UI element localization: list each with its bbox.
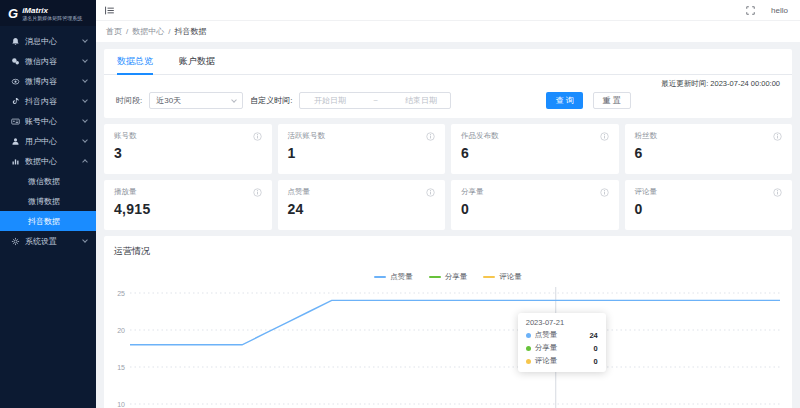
chart-legend: 点赞量 分享量 评论量 xyxy=(114,272,782,282)
sidebar-subitem-label: 微信数据 xyxy=(28,176,60,187)
info-icon[interactable] xyxy=(773,188,782,197)
info-icon[interactable] xyxy=(773,132,782,141)
user-icon xyxy=(11,137,20,146)
sidebar-item-system-settings[interactable]: 系统设置 xyxy=(0,231,96,251)
sidebar-subitem-weibo-data[interactable]: 微博数据 xyxy=(0,191,96,211)
tooltip-row: 点赞量 24 xyxy=(526,330,598,340)
douyin-icon xyxy=(11,97,20,106)
legend-label: 评论量 xyxy=(499,272,522,282)
chevron-down-icon xyxy=(82,97,88,103)
stat-card-accounts: 账号数 3 xyxy=(104,124,272,174)
stat-value: 3 xyxy=(114,145,262,161)
chevron-down-icon xyxy=(82,137,88,143)
search-button[interactable]: 查 询 xyxy=(546,92,582,109)
stat-label: 分享量 xyxy=(461,187,484,197)
stat-value: 24 xyxy=(288,201,436,217)
stat-card-shares: 分享量 0 xyxy=(451,180,619,230)
line-chart: 25201510 xyxy=(114,287,782,408)
series-dot-icon xyxy=(526,359,531,364)
app-name: iMatrix xyxy=(22,6,82,15)
stat-label: 点赞量 xyxy=(288,187,311,197)
sidebar-item-user-center[interactable]: 用户中心 xyxy=(0,131,96,151)
chevron-down-icon xyxy=(82,37,88,43)
filter-buttons: 查 询 重 置 xyxy=(546,92,630,109)
legend-swatch xyxy=(429,276,441,278)
bell-icon xyxy=(11,37,20,46)
breadcrumb-separator: / xyxy=(168,27,170,36)
user-menu[interactable]: hello xyxy=(771,6,788,15)
sidebar-item-wechat-content[interactable]: 微信内容 xyxy=(0,51,96,71)
end-date-placeholder: 结束日期 xyxy=(405,95,437,106)
stat-value: 4,915 xyxy=(114,201,262,217)
stat-value: 0 xyxy=(461,201,609,217)
stat-value: 6 xyxy=(635,145,783,161)
start-date-placeholder: 开始日期 xyxy=(314,95,346,106)
sidebar-item-data-center[interactable]: 数据中心 xyxy=(0,151,96,171)
sidebar-subitem-douyin-data[interactable]: 抖音数据 xyxy=(0,211,96,231)
sidebar-item-account-center[interactable]: 账号中心 xyxy=(0,111,96,131)
stat-card-fans: 粉丝数 6 xyxy=(625,124,793,174)
legend-swatch xyxy=(483,276,495,278)
legend-label: 点赞量 xyxy=(390,272,413,282)
stat-card-likes: 点赞量 24 xyxy=(278,180,446,230)
logo-mark-icon: G xyxy=(8,7,18,20)
sidebar-item-label: 微博内容 xyxy=(25,76,83,87)
stat-card-works-published: 作品发布数 6 xyxy=(451,124,619,174)
sidebar-subitem-label: 微博数据 xyxy=(28,196,60,207)
range-separator: ~ xyxy=(373,96,378,105)
data-chart-icon xyxy=(11,157,20,166)
fullscreen-icon[interactable] xyxy=(746,6,755,15)
stat-label: 活跃账号数 xyxy=(288,131,326,141)
svg-text:25: 25 xyxy=(117,290,125,297)
sidebar-item-douyin-content[interactable]: 抖音内容 xyxy=(0,91,96,111)
sidebar-item-label: 微信内容 xyxy=(25,56,83,67)
chart-plot-area[interactable]: 25201510 2023-07-21 点赞量 24 分享量 0 xyxy=(114,287,782,408)
chart-tooltip: 2023-07-21 点赞量 24 分享量 0 评论量 0 xyxy=(518,313,606,372)
tab-data-overview[interactable]: 数据总览 xyxy=(117,49,153,75)
info-icon[interactable] xyxy=(426,132,435,141)
gear-icon xyxy=(11,237,20,246)
chevron-down-icon xyxy=(82,57,88,63)
idcard-icon xyxy=(11,117,20,126)
reset-button[interactable]: 重 置 xyxy=(593,92,631,109)
sidebar-subitem-wechat-data[interactable]: 微信数据 xyxy=(0,171,96,191)
sidebar-item-label: 抖音内容 xyxy=(25,96,83,107)
time-range-value: 近30天 xyxy=(156,95,181,106)
stat-card-plays: 播放量 4,915 xyxy=(104,180,272,230)
app-tagline: 递名片新媒体矩阵管理系统 xyxy=(22,15,82,21)
breadcrumb-data-center[interactable]: 数据中心 xyxy=(132,26,164,37)
sidebar-item-label: 系统设置 xyxy=(25,236,83,247)
svg-text:10: 10 xyxy=(117,401,125,408)
time-range-select[interactable]: 近30天 xyxy=(149,92,243,109)
stat-value: 1 xyxy=(288,145,436,161)
legend-item-comments[interactable]: 评论量 xyxy=(483,272,522,282)
info-icon[interactable] xyxy=(600,132,609,141)
legend-item-shares[interactable]: 分享量 xyxy=(429,272,468,282)
sidebar-item-message-center[interactable]: 消息中心 xyxy=(0,31,96,51)
info-icon[interactable] xyxy=(600,188,609,197)
wechat-icon xyxy=(11,57,20,66)
legend-item-likes[interactable]: 点赞量 xyxy=(374,272,413,282)
info-icon[interactable] xyxy=(253,188,262,197)
stat-label: 评论量 xyxy=(635,187,658,197)
chart-title: 运营情况 xyxy=(114,245,782,258)
tab-account-data[interactable]: 账户数据 xyxy=(179,49,215,75)
breadcrumb-home[interactable]: 首页 xyxy=(106,26,122,37)
date-range-input[interactable]: 开始日期 ~ 结束日期 xyxy=(299,92,451,109)
custom-time-label: 自定义时间: xyxy=(250,95,292,106)
stat-card-comments: 评论量 0 xyxy=(625,180,793,230)
breadcrumb-separator: / xyxy=(126,27,128,36)
stat-label: 粉丝数 xyxy=(635,131,658,141)
top-bar: hello xyxy=(96,0,800,20)
info-icon[interactable] xyxy=(426,188,435,197)
sidebar-item-weibo-content[interactable]: 微博内容 xyxy=(0,71,96,91)
info-icon[interactable] xyxy=(253,132,262,141)
stat-value: 6 xyxy=(461,145,609,161)
tooltip-date: 2023-07-21 xyxy=(526,318,598,327)
tooltip-series-value: 0 xyxy=(594,344,598,353)
sidebar: G iMatrix 递名片新媒体矩阵管理系统 消息中心 微信内容 微博内容 抖音… xyxy=(0,0,96,408)
chevron-down-icon xyxy=(82,117,88,123)
sidebar-collapse-icon[interactable] xyxy=(104,5,115,16)
overview-panel: 数据总览 账户数据 最近更新时间: 2023-07-24 00:00:00 时间… xyxy=(104,49,792,118)
legend-swatch xyxy=(374,276,386,278)
